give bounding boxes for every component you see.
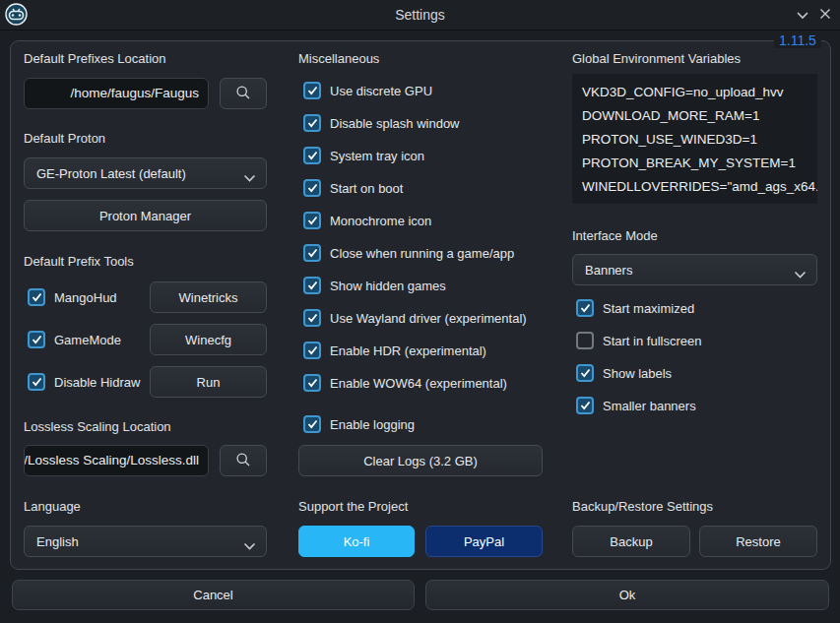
mangohud-checkbox[interactable] <box>28 288 45 306</box>
start-maximized-checkbox[interactable] <box>576 299 594 317</box>
start-fullscreen-checkbox[interactable] <box>576 332 594 349</box>
start-fullscreen-label: Start in fullscreen <box>603 334 701 348</box>
gamemode-checkbox-row: GameMode <box>28 330 121 349</box>
smaller-banners-label: Smaller banners <box>603 399 696 413</box>
support-project-label: Support the Project <box>298 499 408 514</box>
paypal-button-label: PayPal <box>464 534 504 549</box>
default-proton-select[interactable]: GE-Proton Latest (default) <box>24 157 267 189</box>
use-discrete-gpu-checkbox[interactable] <box>303 82 321 99</box>
monochrome-icon-checkbox[interactable] <box>303 212 321 229</box>
enable-logging-label: Enable logging <box>330 417 415 432</box>
disable-splash-label: Disable splash window <box>330 116 460 131</box>
misc-option-row: Enable HDR (experimental) <box>303 341 486 360</box>
interface-option-row: Smaller banners <box>576 396 696 415</box>
language-select[interactable]: English <box>24 526 267 557</box>
chevron-down-icon <box>243 538 256 553</box>
interface-mode-select[interactable]: Banners <box>572 254 817 285</box>
use-discrete-gpu-label: Use discrete GPU <box>330 84 432 98</box>
close-window-button[interactable] <box>814 4 836 26</box>
show-labels-checkbox[interactable] <box>576 364 594 382</box>
mangohud-checkbox-row: MangoHud <box>28 287 117 307</box>
winetricks-button-label: Winetricks <box>179 290 238 305</box>
prefixes-browse-button[interactable] <box>220 78 267 109</box>
cancel-button-label: Cancel <box>193 588 232 602</box>
run-button[interactable]: Run <box>150 366 267 398</box>
prefixes-location-label: Default Prefixes Location <box>24 51 166 66</box>
winecfg-button-label: Winecfg <box>185 333 231 347</box>
settings-window: { "titlebar": { "title": "Settings" }, "… <box>0 0 840 623</box>
winecfg-button[interactable]: Winecfg <box>150 324 267 355</box>
enable-hdr-checkbox[interactable] <box>303 342 321 359</box>
restore-button-label: Restore <box>736 534 781 549</box>
env-variables-textarea[interactable]: VKD3D_CONFIG=no_upload_hvv DOWNLOAD_MORE… <box>572 74 817 204</box>
misc-option-row: Use discrete GPU <box>303 81 432 100</box>
misc-option-row: Disable splash window <box>303 113 460 133</box>
enable-logging-checkbox[interactable] <box>303 415 321 433</box>
env-line: VKD3D_CONFIG=no_upload_hvv <box>582 81 817 104</box>
clear-logs-button[interactable]: Clear Logs (3.2 GB) <box>298 445 543 476</box>
enable-wow64-checkbox[interactable] <box>303 374 321 392</box>
env-line: WINEDLLOVERRIDES="amd_ags_x64.... <box>582 175 817 199</box>
lossless-location-input[interactable]: /Lossless Scaling/Lossless.dll <box>24 445 209 476</box>
misc-option-row: Close when running a game/app <box>303 243 514 263</box>
interface-mode-label: Interface Mode <box>572 228 658 243</box>
interface-option-row: Start maximized <box>576 298 694 318</box>
search-icon <box>235 85 251 103</box>
miscellaneous-label: Miscellaneous <box>298 51 379 66</box>
env-variables-label: Global Environment Variables <box>572 51 741 66</box>
proton-manager-button[interactable]: Proton Manager <box>24 200 267 231</box>
smaller-banners-checkbox[interactable] <box>576 397 594 414</box>
disable-hidraw-checkbox[interactable] <box>28 373 45 391</box>
disable-splash-checkbox[interactable] <box>303 114 321 132</box>
env-line: PROTON_BREAK_MY_SYSTEM=1 <box>582 152 817 175</box>
wayland-driver-checkbox[interactable] <box>303 309 321 327</box>
language-value: English <box>36 534 79 549</box>
default-proton-label: Default Proton <box>24 131 105 146</box>
app-icon <box>5 3 28 26</box>
chevron-down-icon <box>796 6 809 24</box>
prefix-tools-label: Default Prefix Tools <box>24 254 134 269</box>
backup-button[interactable]: Backup <box>572 526 690 557</box>
close-when-running-label: Close when running a game/app <box>330 246 514 261</box>
interface-option-row: Show labels <box>576 363 672 383</box>
misc-option-row: Start on boot <box>303 178 403 198</box>
mangohud-label: MangoHud <box>54 290 117 305</box>
close-icon <box>819 6 831 24</box>
restore-button[interactable]: Restore <box>699 526 817 557</box>
close-when-running-checkbox[interactable] <box>303 244 321 262</box>
backup-button-label: Backup <box>610 534 652 549</box>
start-on-boot-label: Start on boot <box>330 181 403 196</box>
show-hidden-games-checkbox[interactable] <box>303 277 321 294</box>
show-hidden-games-label: Show hidden games <box>330 279 446 293</box>
start-on-boot-checkbox[interactable] <box>303 179 321 197</box>
monochrome-icon-label: Monochrome icon <box>330 214 431 228</box>
gamemode-label: GameMode <box>54 333 121 347</box>
lossless-location-label: Lossless Scaling Location <box>24 419 171 434</box>
env-line: PROTON_USE_WINED3D=1 <box>582 128 817 152</box>
start-maximized-label: Start maximized <box>603 301 694 316</box>
prefixes-location-value: /home/faugus/Faugus <box>70 79 199 108</box>
backup-restore-label: Backup/Restore Settings <box>572 499 713 514</box>
gamemode-checkbox[interactable] <box>28 331 45 348</box>
version-label: 1.11.5 <box>774 32 821 48</box>
ok-button-label: Ok <box>619 588 636 602</box>
interface-mode-value: Banners <box>585 263 632 278</box>
ok-button[interactable]: Ok <box>425 580 829 610</box>
lossless-location-value: /Lossless Scaling/Lossless.dll <box>24 446 199 475</box>
winetricks-button[interactable]: Winetricks <box>150 281 267 313</box>
shade-window-button[interactable] <box>792 4 813 26</box>
system-tray-checkbox[interactable] <box>303 147 321 164</box>
chevron-down-icon <box>243 170 256 185</box>
cancel-button[interactable]: Cancel <box>12 580 415 610</box>
lossless-browse-button[interactable] <box>220 445 267 476</box>
enable-wow64-label: Enable WOW64 (experimental) <box>330 376 507 391</box>
interface-option-row: Start in fullscreen <box>576 331 701 350</box>
prefixes-location-input[interactable]: /home/faugus/Faugus <box>24 78 209 109</box>
run-button-label: Run <box>197 375 221 390</box>
paypal-button[interactable]: PayPal <box>425 526 543 557</box>
enable-logging-row: Enable logging <box>303 414 415 434</box>
kofi-button[interactable]: Ko-fi <box>298 526 415 557</box>
disable-hidraw-checkbox-row: Disable Hidraw <box>28 372 140 392</box>
proton-manager-button-label: Proton Manager <box>99 209 191 223</box>
clear-logs-button-label: Clear Logs (3.2 GB) <box>363 454 478 468</box>
